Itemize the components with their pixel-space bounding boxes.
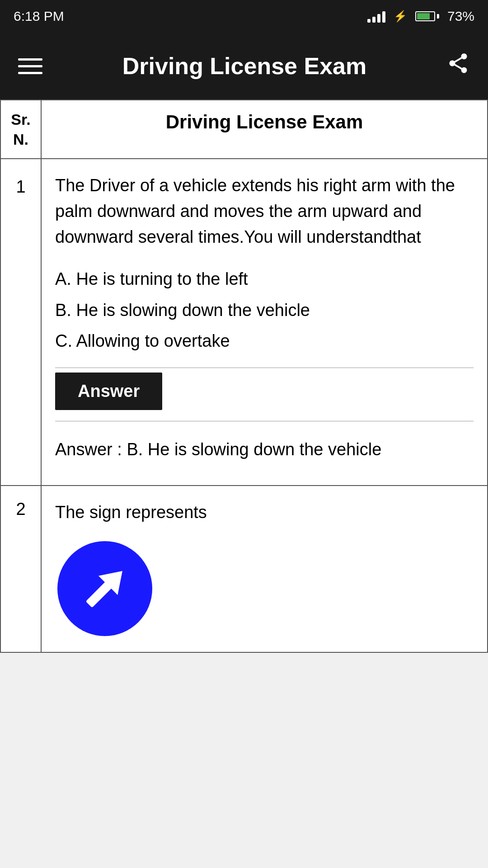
table-row-2: 2 The sign represents: [1, 486, 487, 652]
battery-icon: [415, 11, 439, 21]
time-display: 6:18 PM: [14, 9, 64, 24]
app-bar: Driving License Exam: [0, 33, 488, 99]
option-b: B. He is slowing down the vehicle: [55, 295, 474, 326]
table-header: Sr. N. Driving License Exam: [1, 100, 487, 159]
table-row: 1 The Driver of a vehicle extends his ri…: [1, 159, 487, 486]
answer-button[interactable]: Answer: [55, 373, 162, 410]
row-sr-1: 1: [1, 159, 42, 485]
header-title-cell: Driving License Exam: [42, 100, 487, 158]
battery-percent: 73%: [447, 9, 474, 24]
row-sr-2: 2: [1, 486, 42, 652]
row-content-2: The sign represents: [42, 486, 487, 652]
question-text-1: The Driver of a vehicle extends his righ…: [55, 173, 474, 250]
status-indicators: ⚡ 73%: [367, 9, 474, 24]
blue-circle-sign-svg: [55, 539, 155, 638]
option-c: C. Allowing to overtake: [55, 326, 474, 356]
header-title: Driving License Exam: [55, 111, 474, 133]
app-title: Driving License Exam: [42, 52, 446, 80]
divider-before-answer-btn: [55, 368, 474, 368]
status-bar: 6:18 PM ⚡ 73%: [0, 0, 488, 33]
sign-question-text: The sign represents: [55, 500, 474, 525]
exam-table: Sr. N. Driving License Exam 1 The Driver…: [0, 99, 488, 653]
row-content-1: The Driver of a vehicle extends his righ…: [42, 159, 487, 485]
charging-icon: ⚡: [394, 10, 407, 23]
status-time: 6:18 PM: [14, 9, 64, 24]
road-sign-image: [55, 539, 155, 638]
answer-text-1: Answer : B. He is slowing down the vehic…: [55, 432, 474, 472]
option-a: A. He is turning to the left: [55, 264, 474, 294]
question-options-1: A. He is turning to the left B. He is sl…: [55, 264, 474, 356]
divider-after-answer-btn: [55, 421, 474, 421]
menu-button[interactable]: [18, 58, 42, 74]
signal-icon: [367, 10, 385, 23]
header-sr: Sr. N.: [1, 100, 42, 158]
share-button[interactable]: [446, 52, 470, 80]
